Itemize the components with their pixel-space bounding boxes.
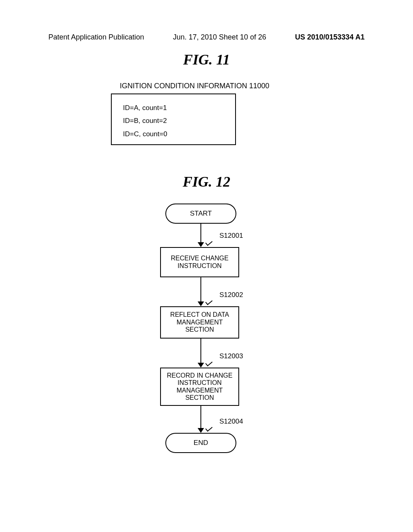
step-label: S12002 xyxy=(219,291,243,299)
tick-icon xyxy=(206,427,212,431)
arrow-head-icon xyxy=(198,428,204,433)
fig11-row: ID=B, count=2 xyxy=(123,114,224,127)
flow-start: START xyxy=(165,204,236,224)
header-center: Jun. 17, 2010 Sheet 10 of 26 xyxy=(173,33,266,42)
fig12-title: FIG. 12 xyxy=(0,173,413,190)
step-label: S12004 xyxy=(219,418,243,426)
fig11-caption: IGNITION CONDITION INFORMATION 11000 xyxy=(120,82,269,90)
flow-arrow xyxy=(200,339,201,363)
flow-step-receive-change: RECEIVE CHANGE INSTRUCTION xyxy=(160,247,239,277)
step-label: S12003 xyxy=(219,352,243,360)
fig11-row: ID=C, count=0 xyxy=(123,128,224,141)
flow-arrow xyxy=(200,406,201,428)
header-left: Patent Application Publication xyxy=(48,33,144,42)
flow-step-reflect-data: REFLECT ON DATA MANAGEMENT SECTION xyxy=(160,306,239,339)
flow-step-record-change: RECORD IN CHANGE INSTRUCTION MANAGEMENT … xyxy=(160,368,239,406)
fig11-row: ID=A, count=1 xyxy=(123,102,224,114)
step-label: S12001 xyxy=(219,232,243,240)
tick-icon xyxy=(206,241,212,245)
ignition-condition-box: ID=A, count=1 ID=B, count=2 ID=C, count=… xyxy=(111,94,236,145)
tick-icon xyxy=(206,301,212,305)
page-header: Patent Application Publication Jun. 17, … xyxy=(0,33,413,42)
arrow-head-icon xyxy=(198,301,204,306)
flow-end: END xyxy=(165,433,236,453)
flow-arrow xyxy=(200,224,201,242)
tick-icon xyxy=(206,362,212,366)
flow-arrow xyxy=(200,277,201,301)
arrow-head-icon xyxy=(198,363,204,368)
arrow-head-icon xyxy=(198,242,204,247)
header-right: US 2010/0153334 A1 xyxy=(295,33,365,42)
fig11-title: FIG. 11 xyxy=(0,51,413,68)
